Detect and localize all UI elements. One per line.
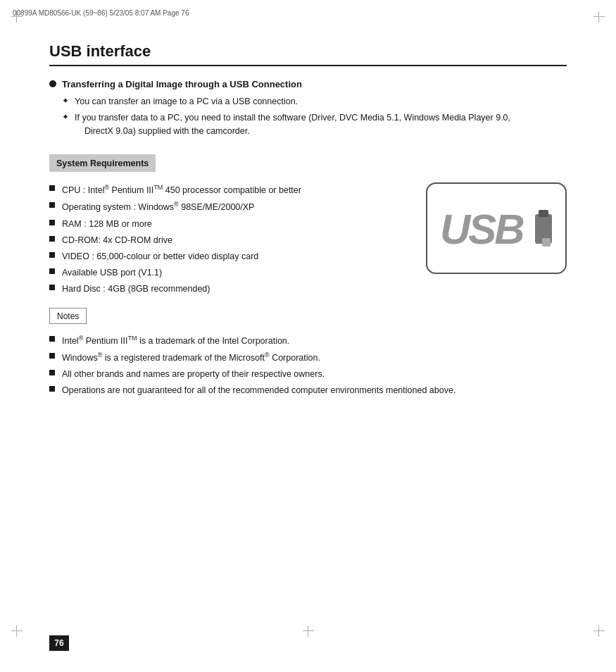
square-bullet xyxy=(49,185,55,191)
crosshair-top-left xyxy=(11,11,23,23)
page-number: 76 xyxy=(49,635,69,651)
spec-item: Operating system : Windows® 98SE/ME/2000… xyxy=(49,199,405,214)
page-title: USB interface xyxy=(49,42,567,66)
sub-item-2: ✦ If you transfer data to a PC, you need… xyxy=(62,111,567,138)
square-bullet xyxy=(49,370,55,375)
usb-logo-box: USB xyxy=(426,182,567,274)
square-bullet xyxy=(49,236,55,242)
specs-area: CPU : Intel® Pentium IIITM 450 processor… xyxy=(49,182,567,297)
svg-text:USB: USB xyxy=(440,206,524,253)
spec-text: Available USB port (V1.1) xyxy=(62,266,162,280)
svg-rect-2 xyxy=(539,210,548,217)
specs-list: CPU : Intel® Pentium IIITM 450 processor… xyxy=(49,182,405,297)
header-bar: 00899A MD80566-UK (59~86) 5/23/05 8:07 A… xyxy=(13,6,603,20)
note-text: All other brands and names are property … xyxy=(62,367,325,381)
section-title: Transferring a Digital Image through a U… xyxy=(62,79,302,89)
usb-logo-svg: USB xyxy=(433,200,560,256)
spec-text: CPU : Intel® Pentium IIITM 450 processor… xyxy=(62,182,301,197)
crosshair-bottom-right xyxy=(593,626,605,637)
sub-text-1: You can transfer an image to a PC via a … xyxy=(75,95,298,108)
spec-item: VIDEO : 65,000-colour or better video di… xyxy=(49,249,405,263)
sub-text-2: If you transfer data to a PC, you need t… xyxy=(75,111,510,138)
spec-text: RAM : 128 MB or more xyxy=(62,217,152,231)
main-content: USB interface Transferring a Digital Ima… xyxy=(49,42,567,616)
spec-item: CD-ROM: 4x CD-ROM drive xyxy=(49,233,405,247)
bullet-circle xyxy=(49,80,56,87)
spec-item: Available USB port (V1.1) xyxy=(49,266,405,280)
system-requirements-box: System Requirements xyxy=(49,154,156,172)
spec-text: Operating system : Windows® 98SE/ME/2000… xyxy=(62,199,254,214)
square-bullet xyxy=(49,353,55,359)
square-bullet xyxy=(49,386,55,392)
square-bullet xyxy=(49,220,55,225)
spec-text: Hard Disc : 4GB (8GB recommended) xyxy=(62,282,210,296)
square-bullet xyxy=(49,202,55,208)
note-item: Intel® Pentium IIITM is a trademark of t… xyxy=(49,333,567,348)
spec-item: Hard Disc : 4GB (8GB recommended) xyxy=(49,282,405,296)
diamond-bullet-2: ✦ xyxy=(62,112,69,122)
square-bullet xyxy=(49,252,55,258)
crosshair-bottom-left xyxy=(11,626,23,637)
note-item: Windows® is a registered trademark of th… xyxy=(49,350,567,365)
note-item: All other brands and names are property … xyxy=(49,367,567,381)
spec-text: CD-ROM: 4x CD-ROM drive xyxy=(62,233,172,247)
note-text: Operations are not guaranteed for all of… xyxy=(62,383,455,397)
diamond-bullet-1: ✦ xyxy=(62,96,69,106)
section-heading: Transferring a Digital Image through a U… xyxy=(49,79,567,89)
crosshair-top-right xyxy=(593,11,605,23)
crosshair-bottom-center xyxy=(303,626,314,637)
note-item: Operations are not guaranteed for all of… xyxy=(49,383,567,397)
notes-list: Intel® Pentium IIITM is a trademark of t… xyxy=(49,333,567,397)
notes-title: Notes xyxy=(57,311,79,321)
square-bullet xyxy=(49,285,55,290)
notes-box: Notes xyxy=(49,308,87,324)
page-container: 00899A MD80566-UK (59~86) 5/23/05 8:07 A… xyxy=(0,0,616,672)
note-text: Windows® is a registered trademark of th… xyxy=(62,350,320,365)
svg-rect-3 xyxy=(542,238,551,247)
header-text: 00899A MD80566-UK (59~86) 5/23/05 8:07 A… xyxy=(13,9,189,17)
spec-text: VIDEO : 65,000-colour or better video di… xyxy=(62,249,258,263)
spec-item: CPU : Intel® Pentium IIITM 450 processor… xyxy=(49,182,405,197)
note-text: Intel® Pentium IIITM is a trademark of t… xyxy=(62,333,289,348)
square-bullet xyxy=(49,268,55,274)
sub-item-1: ✦ You can transfer an image to a PC via … xyxy=(62,95,567,108)
spec-item: RAM : 128 MB or more xyxy=(49,217,405,231)
square-bullet xyxy=(49,336,55,342)
system-requirements-title: System Requirements xyxy=(56,158,149,168)
